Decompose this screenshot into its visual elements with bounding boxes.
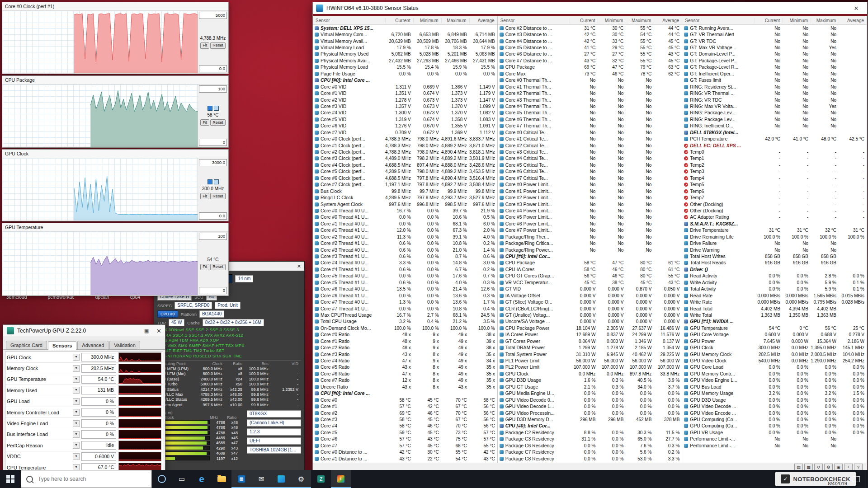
sensor-row[interactable]: Core #1 Thermal Th... NoNo No: [498, 84, 682, 90]
gpuz-sensor-row[interactable]: GPU Load ▾ 0 %: [5, 396, 163, 407]
chevron-down-icon[interactable]: ▾: [73, 398, 80, 405]
sensor-row[interactable]: Read Activity 0.0 %0.0 % 2.8 %0.0 %: [682, 273, 867, 279]
panel-icon[interactable]: [208, 179, 212, 184]
sensor-row[interactable]: Write Activity 0.0 %0.0 % 5.9 %0.1 %: [682, 279, 867, 286]
fit-button[interactable]: Fit: [200, 193, 209, 199]
sensor-row[interactable]: RING: Inefficient O... NoNo No: [682, 123, 867, 129]
sensor-row[interactable]: Uncore Ratio 43 x8 x 43 x35 x: [313, 384, 497, 390]
sensor-row[interactable]: Core #5 VID 1.319 V0.674 V 1.358 V1.083 …: [313, 116, 497, 122]
sensor-row[interactable]: Core #4 Thermal Th... NoNo No: [498, 103, 682, 109]
sensor-row[interactable]: Read Total 4,402 MB4,394 MB 4,402 MB: [682, 305, 867, 312]
sensor-row[interactable]: Core #3 VID 1.357 V0.673 V 1.370 V1.099 …: [313, 103, 497, 109]
sensor-row[interactable]: Core #1 Clock (perf... 4,788.3 MHz798.0 …: [313, 142, 497, 149]
gpuz-sensor-row[interactable]: GPU Clock ▾ 300.0 MHz: [5, 352, 163, 363]
axis-max-box[interactable]: 5000: [199, 12, 227, 19]
sensor-row[interactable]: Core #5 Distance to ... 41 °C29 °C 55 °C…: [498, 44, 682, 51]
sensor-row[interactable]: Physical Memory Load 15.5 %15.4 % 15.9 %…: [313, 64, 497, 70]
sensor-row[interactable]: CPU IA Cores 58 °C46 °C 80 °C61 °C: [498, 266, 682, 272]
sensor-row[interactable]: Core #0 Thread #0 U... 16.7 %0.0 % 39.7 …: [313, 207, 497, 214]
sensor-row[interactable]: Core #4 Distance to ... 42 °C33 °C 55 °C…: [498, 38, 682, 44]
sensor-row[interactable]: Core #3 Ratio 43 x8 x 49 x35 x: [313, 351, 497, 357]
gpuz-icon[interactable]: Z: [311, 470, 331, 488]
settings-icon[interactable]: ⚙: [291, 470, 311, 488]
sensor-row[interactable]: Core #1 Thread #0 U... 0.0 %0.0 % 68.1 %…: [313, 221, 497, 227]
sensor-row[interactable]: Core Max 73 °C46 °C 78 °C62 °C: [498, 70, 682, 77]
sensor-row[interactable]: GPU Temperature 54 °C0 °C 56 °C25 °C: [682, 325, 867, 331]
sensor-row[interactable]: Core #2 Thread #0 U... 11.3 %0.0 % 39.1 …: [313, 234, 497, 240]
sensor-row[interactable]: RING: Max VR Volta... NoNo Yes: [682, 103, 867, 109]
sensor-row[interactable]: Core #2 VID 1.278 V0.673 V 1.373 V1.147 …: [313, 97, 497, 103]
sensor-row[interactable]: Core #7 Thread #0 U... 1.3 %0.0 % 13.6 %…: [313, 299, 497, 305]
gpuz-sensor-row[interactable]: Memory Used ▾ 131 MB: [5, 385, 163, 396]
sensor-row[interactable]: CPU [#0]: Intel Cor...: [498, 253, 682, 259]
sensor-row[interactable]: Package C3 Residency 31.1 %0.0 % 65.0 %2…: [498, 436, 682, 442]
sensor-row[interactable]: Core #5 Clock (perf... 4,289.5 MHz798.0 …: [313, 169, 497, 175]
sensor-row[interactable]: Core #4 58 °C46 °C 70 °C56 °C: [313, 423, 497, 429]
sensor-row[interactable]: GPU Computing (Cu... 0.0 %0.0 % 0.0 %0.0…: [682, 423, 867, 429]
sensor-row[interactable]: GT: Package-Level R... NoNo No: [682, 64, 867, 70]
sensor-row[interactable]: Package/Ring Critica... NoNo No: [498, 240, 682, 246]
sensor-row[interactable]: GPU Core Voltage 0.600 V0.000 V 0.688 V0…: [682, 332, 867, 338]
sensor-row[interactable]: Temp5 -- --: [682, 182, 867, 188]
sensor-row[interactable]: Core #3 Power Limit... NoNo No: [498, 201, 682, 207]
sensor-row[interactable]: DELL 0T8KGX (Intel...: [682, 129, 867, 136]
sensor-row[interactable]: Core #6 Distance to ... 27 °C27 °C 55 °C…: [498, 51, 682, 57]
sensor-row[interactable]: Core #4 Power Limit... NoNo No: [498, 207, 682, 214]
sensor-row[interactable]: Core #7 57 °C45 °C 68 °C55 °C: [313, 442, 497, 449]
graph-window-titlebar[interactable]: GPU Clock: [2, 150, 228, 158]
sensor-row[interactable]: GPU D3D Usage 1.6 %0.3 % 40.5 %3.9 %: [498, 377, 682, 384]
sensor-row[interactable]: Package C6 Residency 0.0 %0.0 % 7.6 %0.3…: [498, 442, 682, 449]
sensor-row[interactable]: GPU Clock 300.0 MHz0.0 MHz 1,395.0 MHz14…: [682, 344, 867, 351]
sensor-row[interactable]: Core #5 Thread #1 U... 0.6 %0.0 % 4.0 %0…: [313, 279, 497, 286]
gpuz-tab[interactable]: Validation: [109, 341, 140, 349]
sensor-row[interactable]: Drive Remaining Life 100.0 %100.0 % 100.…: [682, 234, 867, 240]
sensor-row[interactable]: RING: Residency St... NoNo No: [682, 84, 867, 90]
sensor-row[interactable]: Total System Power 31.310 W6.945 W 40.46…: [498, 351, 682, 357]
sensor-row[interactable]: Uncore/SA Voltage ... 0.000 V0.000 V 0.0…: [498, 319, 682, 325]
sensor-row[interactable]: Core #6 Thread #0 U... 13.5 %0.0 % 21.4 …: [313, 286, 497, 292]
start-button[interactable]: [0, 470, 21, 488]
sensor-row[interactable]: Core #1 57 °C42 °C 67 °C56 °C: [313, 403, 497, 409]
sensor-row[interactable]: Core #6 Power Limit... NoNo No: [498, 221, 682, 227]
reset-button[interactable]: Reset: [210, 42, 226, 49]
sensor-row[interactable]: Core #4 Ratio 47 x9 x 49 x34 x: [313, 357, 497, 364]
sensor-row[interactable]: Core #4 Thread #1 U... 0.6 %0.0 % 6.7 %0…: [313, 266, 497, 272]
sensor-row[interactable]: Page File Usage 0.0 %0.0 % 0.0 %0.0 %: [313, 70, 497, 77]
sensor-row[interactable]: GT: Domain-Level P... NoNo No: [682, 51, 867, 57]
sensor-row[interactable]: Core #0 Critical Te... NoNo No: [498, 129, 682, 136]
sensor-row[interactable]: Ring/LLC Clock 4,289.5 MHz797.8 MHz 4,29…: [313, 194, 497, 201]
chevron-down-icon[interactable]: ▾: [73, 354, 80, 361]
sensor-row[interactable]: Drive Temperature 31 °C31 °C 32 °C31 °C: [682, 227, 867, 234]
sensor-row[interactable]: Core #4 VID 1.300 V0.673 V 1.370 V1.082 …: [313, 110, 497, 116]
sensor-row[interactable]: Core #2 Critical Te... NoNo No: [498, 142, 682, 149]
axis-min-box[interactable]: 0.0: [199, 212, 227, 220]
store-icon[interactable]: ▦: [231, 470, 251, 488]
gpuz-sensor-row[interactable]: Memory Controller Load ▾ 0 %: [5, 407, 163, 418]
sensor-row[interactable]: S.M.A.R.T.: KXG60Z...: [682, 221, 867, 227]
sensor-row[interactable]: Core #3 Distance to ... 42 °C30 °C 54 °C…: [498, 31, 682, 38]
sensor-row[interactable]: Temp3 -- --: [682, 169, 867, 175]
sensor-row[interactable]: Core #0 Clock (perf... 4,788.3 MHz798.0 …: [313, 136, 497, 142]
sensor-row[interactable]: Total CPU Usage 3.2 %0.4 % 21.2 %3.5 %: [313, 319, 497, 325]
axis-max-box[interactable]: 100: [199, 233, 227, 240]
reset-button[interactable]: Reset: [210, 119, 226, 126]
close-icon[interactable]: ✕: [297, 263, 301, 269]
show-desktop-button[interactable]: [865, 470, 868, 488]
sensor-row[interactable]: GPU Memory Contr... 0.0 %0.0 % 0.0 %0.0 …: [682, 371, 867, 377]
sensor-row[interactable]: Max CPU/Thread Usage 16.7 %2.7 % 68.1 %2…: [313, 312, 497, 318]
sensor-row[interactable]: CPU Package 58 °C47 °C 80 °C61 °C: [498, 260, 682, 266]
sensor-row[interactable]: GT VID 0.000 V0.000 V 0.870 V0.050 V: [498, 286, 682, 292]
sensor-row[interactable]: GPU Video Decode 1... 0.0 %0.0 % 0.0 %0.…: [498, 403, 682, 409]
sensor-row[interactable]: GT (Slice) Voltage O... 0.000 V0.000 V 0…: [498, 299, 682, 305]
sensor-row[interactable]: IA Cores Power 12.689 W0.837 W 24.299 W1…: [498, 332, 682, 338]
sensor-row[interactable]: System Agent Clock 997.6 MHz996.8 MHz 99…: [313, 201, 497, 207]
sensor-table-header[interactable]: Sensor Current Minimum Maximum Average: [682, 16, 867, 25]
sensor-row[interactable]: Core #4 Thread #0 U... 3.3 %0.0 % 14.8 %…: [313, 260, 497, 266]
sensor-row[interactable]: Core #5 Thread #0 U... 0.0 %0.0 % 17.6 %…: [313, 273, 497, 279]
sensor-row[interactable]: Temp0 -- --: [682, 149, 867, 155]
sensor-row[interactable]: Core #3 Clock (perf... 4,489.0 MHz798.2 …: [313, 155, 497, 162]
sensor-row[interactable]: GT (Unslice) Voltag... 0.000 V0.000 V 0.…: [498, 312, 682, 318]
sensor-row[interactable]: Core #4 Clock (perf... 4,688.5 MHz897.4 …: [313, 162, 497, 168]
sensor-row[interactable]: Core #3 Thread #0 U... 0.6 %0.0 % 21.0 %…: [313, 247, 497, 253]
sensor-row[interactable]: Core #5 Power Limit... NoNo No: [498, 214, 682, 221]
